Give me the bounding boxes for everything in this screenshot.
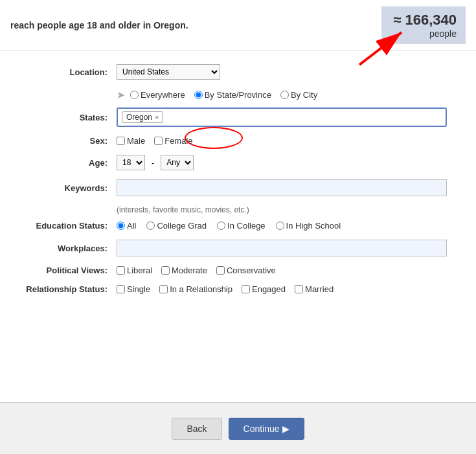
rel-engaged-label: Engaged — [252, 284, 286, 294]
edu-all[interactable]: All — [117, 221, 136, 231]
education-content: All College Grad In College In High Scho… — [117, 221, 463, 231]
oregon-tag-close[interactable]: × — [155, 113, 159, 121]
political-moderate[interactable]: Moderate — [161, 266, 207, 275]
oregon-tag-label: Oregon — [126, 113, 152, 122]
political-conservative-checkbox[interactable] — [216, 266, 225, 275]
rel-engaged[interactable]: Engaged — [242, 284, 286, 294]
sex-male-label: Male — [127, 136, 145, 146]
age-content: 181920212530 - Any202530354065 — [117, 155, 463, 170]
svg-line-1 — [359, 32, 402, 65]
radio-city-label: By City — [291, 90, 317, 100]
rel-single-label: Single — [127, 284, 150, 294]
age-label: Age: — [13, 158, 117, 168]
relationship-row: Relationship Status: Single In a Relatio… — [13, 284, 463, 294]
sex-female-checkbox[interactable] — [154, 137, 163, 145]
states-label: States: — [13, 113, 117, 122]
political-conservative[interactable]: Conservative — [216, 266, 276, 275]
sex-male[interactable]: Male — [117, 136, 145, 146]
political-liberal[interactable]: Liberal — [117, 266, 152, 275]
political-label: Political Views: — [13, 266, 117, 275]
states-row: States: Oregon × — [13, 108, 463, 127]
workplaces-row: Workplaces: — [13, 240, 463, 256]
keywords-row: Keywords: — [13, 179, 463, 196]
rel-in-relationship[interactable]: In a Relationship — [159, 284, 232, 294]
rel-in-relationship-label: In a Relationship — [170, 284, 232, 294]
political-content: Liberal Moderate Conservative — [117, 266, 463, 275]
political-moderate-checkbox[interactable] — [161, 266, 170, 275]
rel-in-relationship-checkbox[interactable] — [159, 285, 168, 293]
sex-row: Sex: Male Female — [13, 136, 463, 146]
location-label: Location: — [13, 67, 117, 77]
form-area: Location: United States Everywhere Canad… — [0, 51, 476, 310]
radio-row: ➤ Everywhere By State/Province By City — [117, 89, 463, 101]
sex-content: Male Female — [117, 136, 463, 146]
radio-city[interactable]: By City — [280, 90, 317, 100]
oregon-tag: Oregon × — [122, 111, 163, 123]
political-conservative-label: Conservative — [227, 266, 276, 275]
age-row: Age: 181920212530 - Any202530354065 — [13, 155, 463, 170]
keywords-label: Keywords: — [13, 183, 117, 193]
continue-button[interactable]: Continue ▶ — [229, 418, 304, 440]
keywords-input[interactable] — [117, 179, 447, 196]
radio-everywhere[interactable]: Everywhere — [130, 90, 185, 100]
main-container: reach people age 18 and older in Oregon.… — [0, 0, 476, 454]
workplaces-label: Workplaces: — [13, 244, 117, 253]
rel-single[interactable]: Single — [117, 284, 150, 294]
political-row: Political Views: Liberal Moderate Conser… — [13, 266, 463, 275]
edu-all-label: All — [127, 221, 136, 231]
header-reach-text: reach people age 18 and older in Oregon. — [10, 20, 188, 30]
rel-single-checkbox[interactable] — [117, 285, 125, 293]
rel-married-label: Married — [305, 284, 334, 294]
edu-in-college[interactable]: In College — [217, 221, 266, 231]
workplaces-content — [117, 240, 463, 256]
political-moderate-label: Moderate — [172, 266, 207, 275]
education-label: Education Status: — [13, 221, 117, 231]
edu-college-grad-label: College Grad — [157, 221, 207, 231]
location-select[interactable]: United States Everywhere Canada — [117, 64, 220, 80]
radio-state-label: By State/Province — [205, 90, 271, 100]
keywords-content — [117, 179, 463, 196]
rel-engaged-checkbox[interactable] — [242, 285, 250, 293]
education-row: Education Status: All College Grad In Co… — [13, 221, 463, 231]
red-arrow-icon — [353, 26, 411, 71]
back-button[interactable]: Back — [172, 418, 221, 440]
sex-female-label: Female — [164, 136, 192, 146]
relationship-content: Single In a Relationship Engaged Married — [117, 284, 463, 294]
arrow-indicator-icon: ➤ — [117, 89, 125, 101]
political-liberal-label: Liberal — [127, 266, 152, 275]
keywords-hint: (interests, favorite music, movies, etc.… — [117, 205, 463, 214]
sex-female[interactable]: Female — [154, 136, 192, 146]
sex-male-checkbox[interactable] — [117, 137, 125, 145]
radio-state[interactable]: By State/Province — [194, 90, 271, 100]
edu-high-school-label: In High School — [286, 221, 341, 231]
states-input-box[interactable]: Oregon × — [117, 108, 447, 127]
workplaces-input[interactable] — [117, 240, 447, 256]
edu-high-school[interactable]: In High School — [276, 221, 341, 231]
sex-label: Sex: — [13, 136, 117, 146]
edu-in-college-label: In College — [227, 221, 266, 231]
age-to-select[interactable]: Any202530354065 — [161, 155, 194, 170]
relationship-label: Relationship Status: — [13, 284, 117, 294]
rel-married-checkbox[interactable] — [295, 285, 303, 293]
political-liberal-checkbox[interactable] — [117, 266, 125, 275]
radio-everywhere-label: Everywhere — [141, 90, 185, 100]
age-dash: - — [152, 158, 154, 168]
footer-area: Back Continue ▶ — [0, 402, 476, 454]
edu-college-grad[interactable]: College Grad — [146, 221, 207, 231]
age-from-select[interactable]: 181920212530 — [117, 155, 145, 170]
rel-married[interactable]: Married — [295, 284, 334, 294]
